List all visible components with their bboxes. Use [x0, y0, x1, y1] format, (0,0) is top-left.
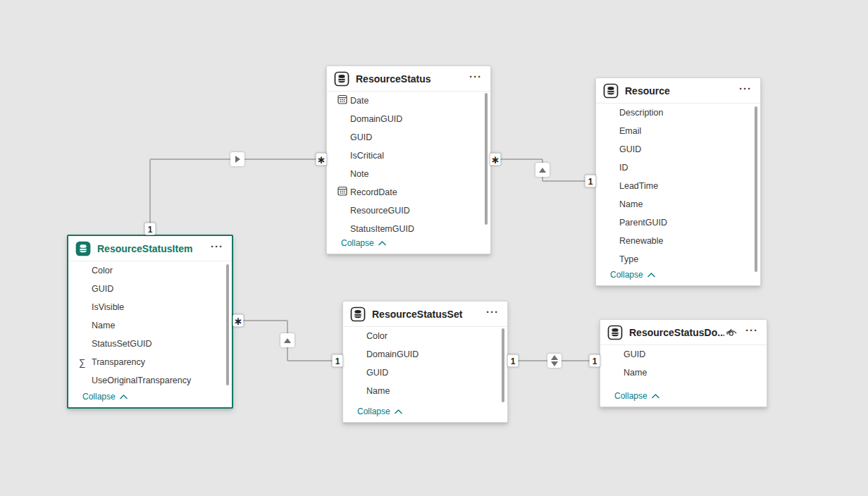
field-label: GUID — [92, 284, 113, 294]
field-row-id[interactable]: ID — [596, 159, 760, 177]
table-header[interactable]: ResourceStatus··· — [327, 66, 490, 92]
collapse-chevron-icon — [647, 268, 656, 281]
field-row-renewable[interactable]: Renewable — [596, 232, 760, 250]
field-row-date[interactable]: Date — [327, 92, 490, 110]
field-row-resourceguid[interactable]: ResourceGUID — [327, 202, 490, 220]
field-row-recorddate[interactable]: RecordDate — [327, 183, 490, 202]
vertical-scrollbar[interactable] — [226, 264, 229, 385]
field-row-transparency[interactable]: ∑Transparency — [68, 353, 232, 371]
more-options-icon[interactable]: ··· — [744, 326, 760, 340]
field-list: DateDomainGUIDGUIDIsCriticalNoteRecordDa… — [327, 92, 490, 232]
collapse-link[interactable]: Collapse — [341, 236, 387, 250]
hidden-eye-icon — [724, 326, 738, 340]
collapse-chevron-icon — [394, 405, 403, 418]
table-header[interactable]: Resource··· — [596, 78, 760, 104]
field-icon-slot: ∑ — [79, 358, 92, 367]
field-row-useoriginaltransparency[interactable]: UseOriginalTransparency — [68, 371, 232, 386]
field-row-color[interactable]: Color — [68, 261, 232, 280]
field-row-leadtime[interactable]: LeadTime — [596, 177, 760, 195]
cardinality-badge[interactable]: 1 — [508, 355, 519, 367]
field-row-guid[interactable]: GUID — [343, 364, 507, 382]
field-row-name[interactable]: Name — [68, 316, 232, 335]
filter-direction-icon[interactable] — [535, 163, 550, 177]
collapse-chevron-icon — [378, 237, 387, 249]
table-card-resourcestatusitem[interactable]: ResourceStatusItem···ColorGUIDIsVisibleN… — [67, 235, 233, 409]
collapse-chevron-icon — [119, 390, 128, 403]
vertical-scrollbar[interactable] — [502, 328, 504, 402]
filter-direction-icon[interactable] — [280, 333, 294, 347]
field-row-note[interactable]: Note — [327, 165, 490, 183]
collapse-label: Collapse — [614, 391, 647, 401]
field-label: LeadTime — [619, 181, 658, 191]
cardinality-label: 1 — [335, 356, 340, 366]
collapse-label: Collapse — [82, 392, 116, 402]
collapse-link[interactable]: Collapse — [614, 389, 660, 403]
cardinality-label: 1 — [593, 356, 597, 366]
more-options-icon[interactable]: ··· — [485, 307, 500, 321]
field-label: GUID — [624, 349, 645, 359]
cardinality-badge[interactable]: 1 — [585, 175, 596, 187]
field-row-name[interactable]: Name — [596, 195, 760, 213]
field-label: DomainGUID — [366, 349, 418, 359]
table-card-resourcestatusset[interactable]: ResourceStatusSet···ColorDomainGUIDGUIDN… — [342, 301, 508, 423]
field-row-email[interactable]: Email — [596, 122, 760, 140]
filter-direction-icon[interactable] — [547, 354, 562, 368]
field-row-domainguid[interactable]: DomainGUID — [327, 110, 490, 128]
cardinality-badge[interactable]: ∗ — [316, 154, 327, 166]
field-icon-slot — [337, 94, 350, 107]
field-label: Name — [366, 386, 390, 396]
field-row-name[interactable]: Name — [343, 382, 507, 400]
cardinality-badge[interactable]: 1 — [590, 355, 600, 367]
field-row-name[interactable]: Name — [600, 364, 767, 382]
table-card-resource[interactable]: Resource···DescriptionEmailGUIDIDLeadTim… — [595, 78, 761, 286]
model-view-canvas[interactable]: 1∗∗1∗111ResourceStatus···DateDomainGUIDG… — [0, 0, 868, 496]
table-icon — [607, 325, 623, 340]
collapse-label: Collapse — [357, 407, 390, 416]
table-title: Resource — [625, 85, 738, 97]
field-icon-slot — [337, 186, 350, 199]
field-label: ID — [619, 163, 628, 173]
field-row-parentguid[interactable]: ParentGUID — [596, 213, 760, 232]
field-row-iscritical[interactable]: IsCritical — [327, 147, 490, 165]
collapse-link[interactable]: Collapse — [357, 404, 403, 418]
field-row-guid[interactable]: GUID — [600, 345, 767, 364]
field-row-guid[interactable]: GUID — [327, 128, 490, 147]
field-label: GUID — [619, 144, 641, 154]
cardinality-badge[interactable]: 1 — [145, 223, 156, 235]
collapse-link[interactable]: Collapse — [82, 390, 128, 404]
cardinality-badge[interactable]: 1 — [333, 355, 343, 367]
field-label: Name — [624, 368, 647, 378]
field-row-type[interactable]: Type — [596, 250, 760, 264]
sigma-icon: ∑ — [79, 358, 85, 367]
field-row-guid[interactable]: GUID — [596, 140, 760, 159]
field-label: Color — [92, 266, 113, 275]
field-label: IsVisible — [92, 302, 124, 312]
field-row-statussetguid[interactable]: StatusSetGUID — [68, 335, 232, 353]
collapse-link[interactable]: Collapse — [610, 268, 656, 282]
vertical-scrollbar[interactable] — [485, 93, 488, 225]
more-options-icon[interactable]: ··· — [209, 242, 225, 256]
field-row-guid[interactable]: GUID — [68, 280, 232, 298]
table-header[interactable]: ResourceStatusItem··· — [68, 236, 232, 261]
cardinality-badge[interactable]: ∗ — [490, 154, 501, 166]
cardinality-badge[interactable]: ∗ — [233, 315, 244, 327]
field-label: ParentGUID — [619, 218, 667, 228]
table-header[interactable]: ResourceStatusSet··· — [343, 302, 507, 327]
field-row-domainguid[interactable]: DomainGUID — [343, 345, 507, 364]
table-header[interactable]: ResourceStatusDo...··· — [600, 320, 767, 345]
field-label: IsCritical — [350, 151, 384, 161]
field-label: ResourceGUID — [350, 206, 410, 216]
table-title: ResourceStatusItem — [97, 243, 209, 254]
more-options-icon[interactable]: ··· — [468, 72, 483, 86]
table-card-resourcestatus[interactable]: ResourceStatus···DateDomainGUIDGUIDIsCri… — [326, 66, 491, 254]
field-label: GUID — [350, 132, 372, 142]
filter-direction-icon[interactable] — [230, 152, 244, 166]
field-label: UseOriginalTransparency — [92, 376, 191, 385]
field-row-color[interactable]: Color — [343, 327, 507, 345]
vertical-scrollbar[interactable] — [755, 106, 757, 272]
more-options-icon[interactable]: ··· — [738, 84, 753, 98]
field-row-statusitemguid[interactable]: StatusItemGUID — [327, 220, 490, 232]
table-card-resourcestatusdomain[interactable]: ResourceStatusDo...···GUIDNameCollapse — [600, 319, 767, 407]
field-row-isvisible[interactable]: IsVisible — [68, 298, 232, 316]
field-row-description[interactable]: Description — [596, 104, 760, 122]
